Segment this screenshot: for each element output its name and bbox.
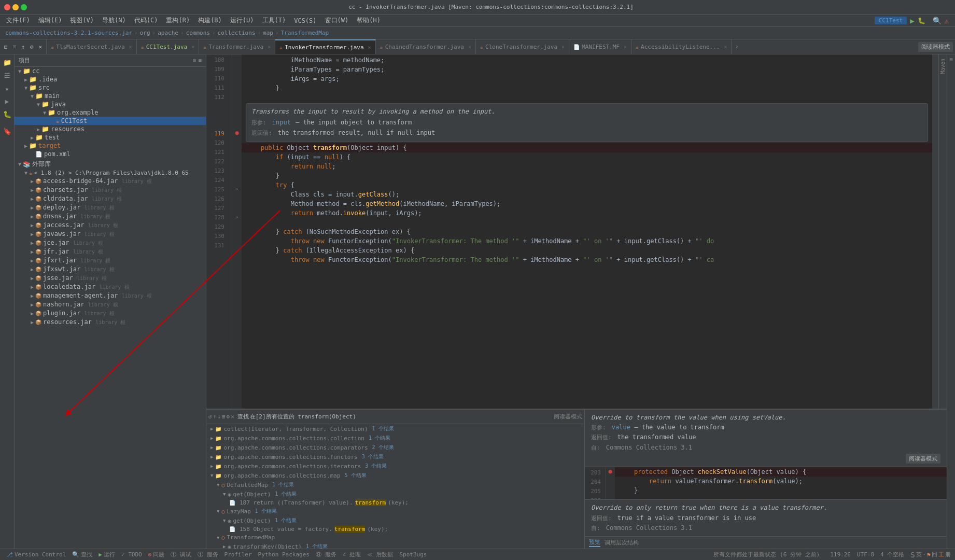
menu-tools[interactable]: 工具(T) [258,15,290,26]
tab-invokertransformer[interactable]: ☕ InvokerTransformer.java × [275,39,375,54]
search-close-icon[interactable]: ✕ [231,413,234,420]
status-postdata[interactable]: ≪ 后数据 [365,551,396,558]
menu-nav[interactable]: 导航(N) [98,15,130,26]
search-reader-mode[interactable]: 阅读器模式 [554,413,582,421]
search-group-collection[interactable]: ▶ 📁 org.apache.commons.collections.colle… [206,433,584,443]
menu-window[interactable]: 窗口(W) [321,15,353,26]
tree-item-cc[interactable]: ▼ 📁 cc [15,67,206,75]
status-spotbugs[interactable]: SpotBugs [397,551,429,558]
status-debug[interactable]: ① 调试 [168,551,193,558]
tab-close-manifest[interactable]: × [624,44,627,50]
menu-refactor[interactable]: 重构(R) [162,15,194,26]
search-group-defaultedmap-get[interactable]: ▼ ◉ get(Object) 1 个结果 [206,489,584,499]
breakpoint-119[interactable]: ● [232,128,242,137]
project-view-icon[interactable]: 📁 [2,57,13,68]
tree-item-access-bridge[interactable]: ▶ 📦 access-bridge-64.jar library 根 [15,177,206,186]
tab-close-accessibility[interactable]: × [724,44,727,50]
structure-icon[interactable]: ☰ [2,69,13,81]
search-group-comparators[interactable]: ▶ 📁 org.apache.commons.collections.compa… [206,443,584,452]
status-python-packages[interactable]: Python Packages [256,551,312,558]
tree-item-resources-jar[interactable]: ▶ 📦 resources.jar library 根 [15,318,206,327]
minimize-button[interactable] [12,4,19,10]
search-group-transformedmap-transformkey[interactable]: ▶ ◉ transformKey(Object) 1 个结果 [206,542,584,549]
tree-item-pomxml[interactable]: 📄 pom.xml [15,150,206,158]
editor-scrollbar[interactable] [932,54,938,409]
tree-item-src[interactable]: ▼ 📁 src [15,83,206,92]
window-controls[interactable] [4,4,27,10]
debug-panel-icon[interactable]: 🐛 [2,108,13,120]
status-lang-icon[interactable]: 英 [916,551,922,558]
bookmark-icon[interactable]: 🔖 [2,125,13,137]
status-encoding[interactable]: UTF-8 [857,551,874,558]
preview-tab[interactable]: 预览 [589,538,600,547]
tab-tlsmaster[interactable]: ☕ TlsMasterSecret.java × [47,39,137,54]
right-panel-btn1[interactable]: ⊞ [949,57,952,62]
tab-close-cc1test[interactable]: × [191,44,194,50]
menu-build[interactable]: 构建(B) [194,15,226,26]
tree-item-jaccess[interactable]: ▶ 📦 jaccess.jar library 根 [15,221,206,230]
tab-close-invokertransformer[interactable]: × [368,45,371,50]
status-services[interactable]: ① 服务 [195,551,220,558]
status-git[interactable]: ⎇ Version Control [4,551,68,558]
tab-overflow[interactable]: › [732,39,741,54]
tree-item-nashorn[interactable]: ▶ 📦 nashorn.jar library 根 [15,300,206,309]
tree-item-plugin[interactable]: ▶ 📦 plugin.jar library 根 [15,309,206,318]
tab-cc1test[interactable]: ☕ CC1Test.java × [137,39,200,54]
tab-close-clonetransformer[interactable]: × [561,44,565,50]
tab-accessibility[interactable]: ☕ AccessibilityListene... × [631,39,732,54]
code-content[interactable]: iMethodName = methodName; iParamTypes = … [242,54,932,409]
search-settings-icon[interactable]: ⚙ [227,413,230,420]
tree-item-resources[interactable]: ▶ 📁 resources [15,125,206,133]
run-panel-icon[interactable]: ▶ [2,95,13,107]
search-everywhere-icon[interactable]: 🔍 [933,17,942,25]
call-hierarchy-tab[interactable]: 调用层次结构 [605,539,639,547]
tab-manifest[interactable]: 📄 MANIFEST.MF × [569,39,631,54]
tree-item-javaws[interactable]: ▶ 📦 javaws.jar library 根 [15,230,206,239]
search-group-lazymap-get[interactable]: ▼ ◉ get(Object) 1 个结果 [206,516,584,525]
tree-item-jdk[interactable]: ▼ ☕ < 1.8 (2) > C:\Program Files\Java\jd… [15,169,206,177]
tab-close-tlsmaster[interactable]: × [129,44,132,50]
project-sort-icon[interactable]: ↕ [19,43,27,51]
search-group-transformedmap[interactable]: ▼ ○ TransformedMap [206,533,584,542]
project-gear-icon[interactable]: ⚙ [193,57,196,64]
status-processing[interactable]: ∠ 处理 [341,551,363,558]
search-group-map[interactable]: ▼ 📁 org.apache.commons.collections.map 5… [206,471,584,480]
debug-button[interactable]: 🐛 [918,17,925,24]
search-group-iterators[interactable]: ▶ 📁 org.apache.commons.collections.itera… [206,461,584,471]
search-group-lazymap[interactable]: ▼ ○ LazyMap 1 个结果 [206,507,584,516]
search-refresh-icon[interactable]: ↺ [208,413,212,420]
menu-vcs[interactable]: VCS(S) [290,16,320,25]
notification-icon[interactable]: ⚠ [945,17,949,25]
tree-item-dnsns[interactable]: ▶ 📦 dnsns.jar library 根 [15,212,206,221]
doc-reader-mode-button[interactable]: 阅读器模式 [906,454,940,464]
tree-item-main[interactable]: ▼ 📁 main [15,92,206,100]
breakpoint-203[interactable]: ● [606,467,615,475]
tree-item-managementagent[interactable]: ▶ 📦 management-agent.jar library 根 [15,291,206,300]
tab-clonetransformer[interactable]: ☕ CloneTransformer.java × [476,39,569,54]
maven-label[interactable]: Maven [940,59,946,74]
status-search[interactable]: 🔍 查找 [70,551,94,558]
menu-code[interactable]: 代码(C) [130,15,162,26]
code-editor[interactable]: 108 109 110 111 112 119 120 121 122 123 … [206,54,947,409]
run-button[interactable]: ▶ [910,17,914,25]
tree-item-cc1test[interactable]: ☕ CC1Test [15,117,206,125]
search-up-icon[interactable]: ↑ [213,413,217,420]
bottom-code[interactable]: protected Object checkSetValue(Object va… [615,467,947,500]
menu-file[interactable]: 文件(F) [2,15,34,26]
close-button[interactable] [4,4,10,10]
status-position[interactable]: 119:26 [830,551,851,558]
run-config-label[interactable]: CC1Test [875,17,907,24]
tab-close-transformer[interactable]: × [268,44,271,50]
tab-transformer[interactable]: ☕ Transformer.java × [199,39,275,54]
menu-help[interactable]: 帮助(H) [353,15,385,26]
search-result-defaultedmap-187[interactable]: 📄 187 return ((Transformer) value).trans… [206,499,584,507]
status-spaces[interactable]: 4 个空格 [880,551,904,558]
tree-item-cldrdata[interactable]: ▶ 📦 cldrdata.jar library 根 [15,194,206,203]
tree-item-jfxswt[interactable]: ▶ 📦 jfxswt.jar library 根 [15,265,206,274]
search-expand-icon[interactable]: ⊞ [222,413,226,420]
tree-item-jfr[interactable]: ▶ 📦 jfr.jar library 根 [15,247,206,256]
tree-item-externals[interactable]: ▼ 📚 外部库 [15,159,206,169]
favorites-icon[interactable]: ★ [2,82,13,94]
project-settings-icon[interactable]: ⚙ [28,43,36,51]
project-collapse-icon[interactable]: ≡ [198,57,202,64]
